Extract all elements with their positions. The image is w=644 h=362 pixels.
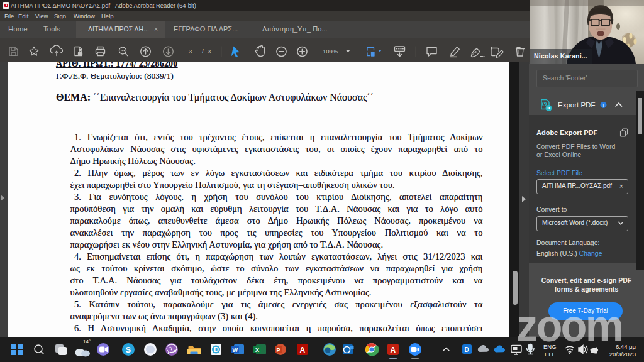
svg-text:109%: 109% xyxy=(323,48,338,55)
svg-text:3: 3 xyxy=(189,48,192,55)
svg-text:Export PDF: Export PDF xyxy=(558,101,595,109)
svg-text:20/3/2023: 20/3/2023 xyxy=(609,351,636,358)
svg-text:P: P xyxy=(277,347,280,353)
svg-text:D: D xyxy=(465,346,469,353)
svg-text:ELL: ELL xyxy=(545,351,555,358)
svg-text:14°: 14° xyxy=(83,339,91,344)
svg-text:D: D xyxy=(214,346,219,353)
svg-text:A: A xyxy=(391,346,396,354)
svg-text:S: S xyxy=(126,345,131,354)
svg-text:/: / xyxy=(202,48,204,55)
svg-text:3: 3 xyxy=(208,48,211,55)
svg-text:X: X xyxy=(255,347,259,353)
svg-text:W: W xyxy=(233,347,238,353)
svg-text:A: A xyxy=(300,346,306,354)
